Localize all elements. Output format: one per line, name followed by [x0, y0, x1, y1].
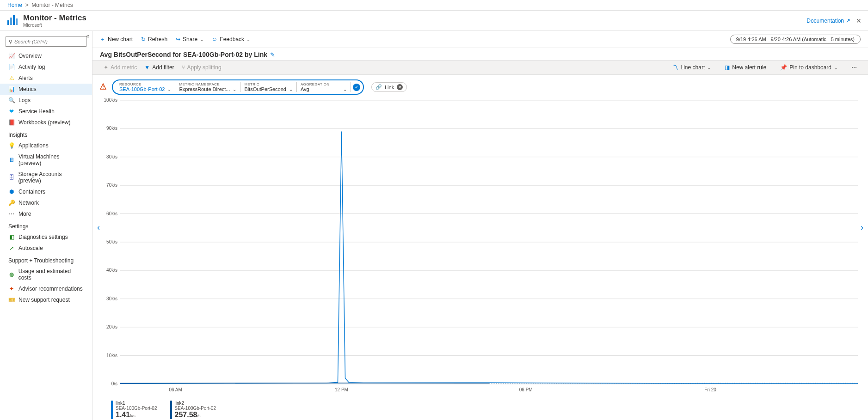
sidebar-item-label: New support request — [18, 297, 70, 303]
link-filter-chip[interactable]: 🔗 Link ✕ — [371, 82, 407, 92]
legend-item-link1[interactable]: link1 SEA-100Gb-Port-02 1.41k/s — [111, 401, 157, 419]
nav-group-insights: Insights — [0, 128, 92, 140]
legend-item-link2[interactable]: link2 SEA-100Gb-Port-02 257.58/s — [170, 401, 216, 419]
resource-selector[interactable]: RESOURCE SEA-100Gb-Port-02⌄ — [116, 82, 175, 92]
breadcrumb-home[interactable]: Home — [7, 2, 22, 8]
sidebar-item-label: Network — [18, 200, 39, 206]
svg-text:80k/s: 80k/s — [106, 154, 117, 159]
new-alert-button[interactable]: ◨ New alert rule — [721, 62, 770, 73]
sidebar-item-more[interactable]: ⋯More — [0, 208, 92, 219]
sidebar-item-label: Autoscale — [18, 245, 43, 251]
chevron-down-icon: ⌄ — [834, 65, 837, 70]
sidebar-item-service-health[interactable]: ❤Service Health — [0, 106, 92, 117]
pin-icon: 📌 — [780, 64, 787, 71]
new-chart-button[interactable]: ＋ New chart — [100, 36, 133, 43]
apply-splitting-button[interactable]: ⑂ Apply splitting — [178, 62, 225, 73]
sidebar-item-containers[interactable]: ⬢Containers — [0, 186, 92, 197]
sidebar-item-label: Storage Accounts (preview) — [18, 171, 84, 184]
remove-chip-icon[interactable]: ✕ — [397, 84, 403, 90]
documentation-link[interactable]: Documentation ↗ — [806, 18, 850, 24]
sidebar-item-label: Overview — [18, 53, 42, 59]
sidebar-item-new-support-request[interactable]: 🎫New support request — [0, 294, 92, 305]
sidebar-item-usage-and-estimated-costs[interactable]: ◍Usage and estimated costs — [0, 266, 92, 283]
search-input[interactable] — [14, 39, 83, 44]
sidebar-item-label: Virtual Machines (preview) — [18, 153, 84, 166]
sidebar-item-overview[interactable]: 📈Overview — [0, 50, 92, 61]
svg-text:90k/s: 90k/s — [106, 126, 117, 131]
chevron-down-icon: ⌄ — [200, 37, 203, 42]
sidebar-item-advisor-recommendations[interactable]: ✦Advisor recommendations — [0, 283, 92, 294]
monitor-icon — [6, 14, 18, 27]
namespace-selector[interactable]: METRIC NAMESPACE ExpressRoute Direct...⌄ — [175, 82, 240, 92]
aggregation-selector[interactable]: AGGREGATION Avg⌄ — [297, 82, 351, 92]
network-icon: 🔑 — [8, 200, 15, 206]
add-filter-button[interactable]: ▼ Add filter — [141, 62, 178, 73]
svg-text:70k/s: 70k/s — [106, 183, 117, 188]
warning-icon — [100, 83, 106, 91]
logs-icon: 🔍 — [8, 97, 15, 103]
chevron-down-icon: ⌄ — [289, 87, 293, 92]
chart-plot-area[interactable]: 0/s10k/s20k/s30k/s40k/s50k/s60k/s70k/s80… — [100, 98, 861, 394]
collapse-sidebar-icon[interactable]: « — [86, 33, 89, 39]
metric-selector[interactable]: METRIC BitsOutPerSecond⌄ — [240, 82, 297, 92]
sidebar-item-virtual-machines-preview-[interactable]: 🖥Virtual Machines (preview) — [0, 151, 92, 169]
external-link-icon: ↗ — [846, 18, 850, 24]
svg-rect-3 — [16, 18, 18, 25]
diagnostics-settings-icon: ◧ — [8, 234, 15, 240]
overview-icon: 📈 — [8, 53, 15, 59]
add-metric-button[interactable]: ✦ Add metric — [100, 62, 141, 73]
svg-text:06 PM: 06 PM — [519, 387, 533, 392]
refresh-button[interactable]: ↻ Refresh — [141, 36, 167, 43]
page-subtitle: Microsoft — [23, 23, 86, 28]
nav-group-settings: Settings — [0, 219, 92, 231]
time-range-picker[interactable]: 9/19 4:26 AM - 9/20 4:26 AM (Automatic -… — [730, 35, 861, 44]
title-bar: Monitor - Metrics Microsoft Documentatio… — [0, 11, 868, 31]
new-support-request-icon: 🎫 — [8, 297, 15, 303]
sidebar-item-logs[interactable]: 🔍Logs — [0, 95, 92, 106]
refresh-icon: ↻ — [141, 36, 146, 43]
pin-dashboard-button[interactable]: 📌 Pin to dashboard ⌄ — [776, 62, 841, 73]
chevron-down-icon: ⌄ — [233, 87, 236, 92]
more-menu-button[interactable]: ⋯ — [848, 62, 861, 73]
apply-check-icon[interactable]: ✓ — [353, 84, 360, 91]
share-button[interactable]: ↪ Share ⌄ — [176, 36, 203, 43]
virtual-machines-preview--icon: 🖥 — [8, 157, 15, 163]
sidebar-item-network[interactable]: 🔑Network — [0, 197, 92, 208]
sidebar-item-metrics[interactable]: 📊Metrics — [0, 84, 92, 95]
sidebar-item-workbooks-preview-[interactable]: 📕Workbooks (preview) — [0, 117, 92, 128]
sidebar-item-label: Applications — [18, 142, 49, 149]
sidebar-item-applications[interactable]: 💡Applications — [0, 140, 92, 151]
line-chart-icon: 〽 — [673, 64, 678, 71]
sidebar-item-label: Usage and estimated costs — [18, 268, 84, 281]
sidebar-item-alerts[interactable]: ⚠Alerts — [0, 73, 92, 84]
feedback-button[interactable]: ☺ Feedback ⌄ — [212, 36, 250, 43]
applications-icon: 💡 — [8, 142, 15, 149]
sidebar-item-autoscale[interactable]: ↗Autoscale — [0, 243, 92, 254]
sparkle-icon: ✦ — [104, 64, 108, 71]
sidebar: « ⚲ 📈Overview📄Activity log⚠Alerts📊Metric… — [0, 31, 92, 420]
svg-rect-0 — [7, 20, 9, 25]
sidebar-item-diagnostics-settings[interactable]: ◧Diagnostics settings — [0, 231, 92, 243]
chevron-down-icon: ⌄ — [246, 37, 250, 42]
chevron-down-icon: ⌄ — [707, 65, 711, 70]
svg-text:10k/s: 10k/s — [106, 353, 117, 358]
service-health-icon: ❤ — [8, 108, 15, 115]
chevron-down-icon: ⌄ — [343, 87, 347, 92]
usage-and-estimated-costs-icon: ◍ — [8, 271, 15, 278]
edit-title-icon[interactable]: ✎ — [270, 51, 275, 58]
containers-icon: ⬢ — [8, 189, 15, 195]
advisor-recommendations-icon: ✦ — [8, 286, 15, 292]
svg-text:60k/s: 60k/s — [106, 211, 117, 216]
sidebar-item-label: Metrics — [18, 86, 37, 92]
chart-type-selector[interactable]: 〽 Line chart ⌄ — [669, 62, 715, 73]
svg-text:Fri 20: Fri 20 — [704, 387, 716, 392]
chart-legend: link1 SEA-100Gb-Port-02 1.41k/s link2 SE… — [92, 398, 868, 420]
close-icon[interactable]: ✕ — [856, 17, 862, 24]
sidebar-item-storage-accounts-preview-[interactable]: 🗄Storage Accounts (preview) — [0, 169, 92, 186]
sidebar-item-activity-log[interactable]: 📄Activity log — [0, 61, 92, 73]
svg-point-6 — [103, 88, 104, 89]
search-box[interactable]: ⚲ — [6, 37, 86, 47]
breadcrumb: Home > Monitor - Metrics — [0, 0, 868, 11]
sidebar-item-label: Logs — [18, 97, 31, 103]
activity-log-icon: 📄 — [8, 64, 15, 70]
